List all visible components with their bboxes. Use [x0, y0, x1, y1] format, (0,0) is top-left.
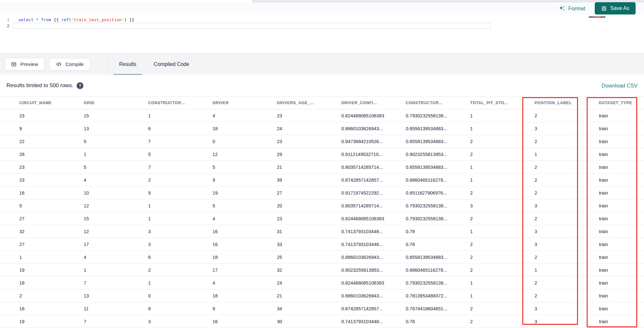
table-row: 913618240.8860103626943...0.855813953488… — [0, 122, 644, 135]
table-cell: 4 — [64, 174, 129, 187]
table-cell: 9 — [129, 187, 193, 199]
tab-results-label: Results — [119, 61, 136, 67]
table-cell: 18 — [0, 302, 64, 315]
tab-results[interactable]: Results — [112, 54, 143, 75]
column-header[interactable]: POSITION_LABEL — [515, 97, 580, 109]
column-header[interactable]: CONSTRUCTOR... — [386, 97, 451, 109]
table-cell: 2 — [451, 238, 515, 251]
table-cell: 0.8035714285714... — [322, 199, 386, 212]
table-cell: 0.8558139534883... — [386, 135, 451, 148]
table-cell: 0.9171974522292... — [322, 187, 386, 199]
table-cell: 27 — [0, 212, 64, 225]
table-cell: 2 — [515, 109, 580, 122]
code-token: ) }} — [124, 17, 134, 22]
column-header[interactable]: GRID — [64, 97, 129, 109]
code-line-2-active[interactable] — [13, 23, 490, 29]
table-cell: train — [580, 277, 644, 289]
column-header[interactable]: DRIVERS_AGE_... — [258, 97, 322, 109]
table-row: 14618250.8860103626943...0.8558139534883… — [0, 251, 644, 264]
sql-editor[interactable]: 1 2 select * from {{ ref('train_test_pos… — [0, 14, 644, 53]
table-cell: 5 — [193, 161, 258, 174]
code-line-1[interactable]: select * from {{ ref('train_test_positio… — [13, 17, 644, 23]
table-cell: train — [580, 238, 644, 251]
table-cell: 24 — [258, 277, 322, 289]
code-token: ref — [61, 17, 69, 22]
column-header[interactable]: DRIVER — [193, 97, 258, 109]
table-cell: 33 — [258, 238, 322, 251]
column-header[interactable]: CIRCUIT_NAME — [0, 97, 64, 109]
table-cell: 17 — [64, 238, 129, 251]
table-cell: 16 — [193, 238, 258, 251]
table-cell: 0.78 — [386, 315, 451, 328]
sparkles-icon — [559, 5, 565, 12]
column-header[interactable]: CONSTRUCTOR... — [129, 97, 193, 109]
table-cell: 0.8035714285714... — [322, 161, 386, 174]
column-header[interactable]: DATASET_TYPE — [580, 97, 644, 109]
code-area[interactable]: select * from {{ ref('train_test_positio… — [13, 14, 644, 53]
table-cell: 18 — [193, 289, 258, 302]
column-header[interactable]: TOTAL_PIT_STO... — [451, 97, 515, 109]
table-cell: 3 — [515, 238, 580, 251]
actions-bar: Preview Compile Results Compiled Code — [0, 53, 644, 75]
table-cell: 1 — [64, 148, 129, 161]
table-cell: 10 — [64, 187, 129, 199]
download-csv-link[interactable]: Download CSV — [601, 83, 638, 89]
save-as-button[interactable]: Save As — [595, 2, 636, 15]
table-cell: 34 — [258, 302, 322, 315]
table-cell: 5 — [193, 199, 258, 212]
table-cell: 32 — [0, 225, 64, 238]
table-row: 3212316310.7413793103448...0.7813train — [0, 225, 644, 238]
table-cell: 23 — [0, 161, 64, 174]
editor-tabstrip — [0, 0, 644, 2]
table-cell: train — [580, 315, 644, 328]
table-cell: 0.78 — [386, 238, 451, 251]
table-cell: 0.8860103626943... — [322, 289, 386, 302]
table-cell: 2 — [515, 277, 580, 289]
table-cell: 23 — [258, 109, 322, 122]
editor-minimap — [589, 16, 605, 18]
column-header[interactable]: DRIVER_CONFI... — [322, 97, 386, 109]
code-token: from — [41, 17, 51, 22]
table-cell: 2 — [515, 251, 580, 264]
table-cell: 27 — [258, 187, 322, 199]
table-cell: 1 — [515, 148, 580, 161]
table-row: 231514230.8244680851063830.7930232558139… — [0, 109, 644, 122]
table-cell: 0.8511627906976... — [386, 187, 451, 199]
table-cell: 30 — [258, 315, 322, 328]
line-number-2: 2 — [0, 23, 13, 29]
preview-button[interactable]: Preview — [5, 58, 44, 71]
table-cell: 20 — [258, 199, 322, 212]
table-cell: 11 — [64, 302, 129, 315]
table-cell: 13 — [64, 289, 129, 302]
table-cell: 18 — [193, 122, 258, 135]
table-cell: 24 — [258, 122, 322, 135]
tab-compiled-code[interactable]: Compiled Code — [147, 54, 196, 75]
table-cell: 0.9112149532710... — [322, 148, 386, 161]
table-cell: 9 — [0, 122, 64, 135]
table-cell: 0 — [129, 289, 193, 302]
table-cell: 2 — [451, 264, 515, 277]
table-row: 22570230.9473684210526...0.8558139534883… — [0, 135, 644, 148]
table-cell: train — [580, 122, 644, 135]
table-cell: 12 — [193, 148, 258, 161]
table-cell: 7 — [64, 315, 129, 328]
table-cell: 0.7674418604651... — [386, 302, 451, 315]
table-cell: 7 — [129, 161, 193, 174]
table-cell: 0.7413793103448... — [322, 238, 386, 251]
table-cell: 0.7413793103448... — [322, 225, 386, 238]
compile-button[interactable]: Compile — [49, 58, 90, 71]
table-cell: 25 — [258, 251, 322, 264]
table-cell: 0.8558139534883... — [386, 251, 451, 264]
table-cell: 4 — [64, 251, 129, 264]
table-row: 2717316330.7413793103448...0.7823train — [0, 238, 644, 251]
table-cell: 0.78 — [386, 225, 451, 238]
table-cell: 32 — [258, 264, 322, 277]
table-cell: 0.7413793103448... — [322, 315, 386, 328]
table-cell: 3 — [129, 315, 193, 328]
table-cell: 16 — [0, 187, 64, 199]
table-cell: 2 — [129, 174, 193, 187]
format-button[interactable]: Format — [559, 5, 585, 12]
code-icon — [56, 61, 62, 67]
question-icon[interactable]: ? — [77, 82, 83, 89]
results-limit-text: Results limited to 500 rows. — [6, 82, 73, 89]
